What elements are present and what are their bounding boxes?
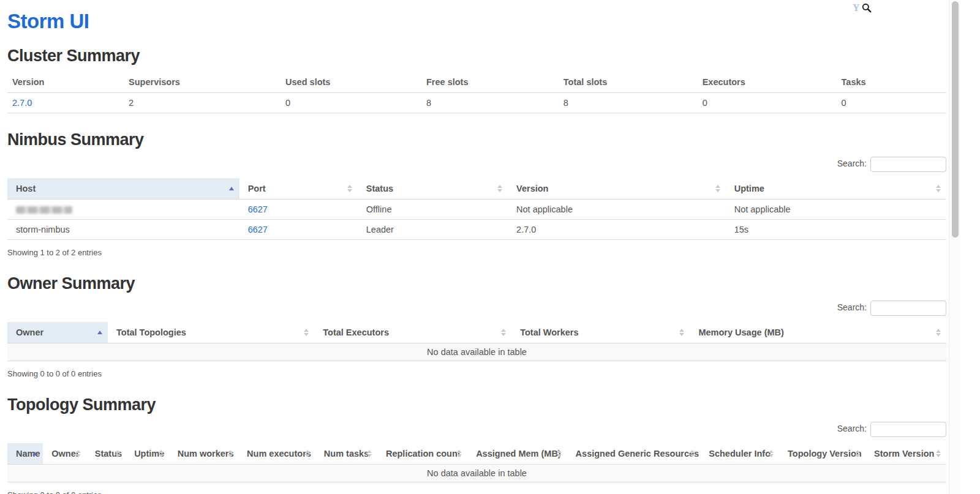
table-cell-port: 6627 bbox=[239, 200, 358, 220]
owner-search-label: Search: bbox=[837, 302, 867, 312]
column-header-owner[interactable]: Owner bbox=[43, 443, 86, 465]
owner-summary-heading: Owner Summary bbox=[7, 274, 973, 293]
column-label: Total Topologies bbox=[116, 327, 186, 337]
empty-row-message: No data available in table bbox=[7, 343, 946, 361]
nimbus-search: Search: bbox=[7, 157, 946, 172]
sort-icon bbox=[228, 450, 233, 457]
column-header-port[interactable]: Port bbox=[239, 178, 358, 200]
sort-icon bbox=[501, 329, 506, 336]
scrollbar bbox=[949, 0, 960, 494]
column-label: Assigned Mem (MB) bbox=[476, 449, 561, 458]
column-header-name[interactable]: Name bbox=[7, 443, 43, 465]
cell-link-port[interactable]: 6627 bbox=[248, 225, 268, 234]
sort-icon bbox=[557, 450, 562, 457]
column-label: Replication count bbox=[386, 449, 461, 458]
owner-entries-info: Showing 0 to 0 of 0 entries bbox=[7, 369, 973, 378]
sort-icon bbox=[115, 450, 120, 457]
column-label: Version bbox=[12, 77, 44, 87]
column-header-scheduler-info[interactable]: Scheduler Info bbox=[700, 443, 779, 465]
column-label: Storm Version bbox=[874, 449, 934, 458]
table-cell-supervisors: 2 bbox=[124, 93, 281, 113]
table-cell-host bbox=[7, 200, 239, 220]
owner-search: Search: bbox=[7, 301, 946, 316]
column-header-replication-count[interactable]: Replication count bbox=[377, 443, 467, 465]
column-label: Num executors bbox=[247, 449, 311, 458]
sort-ascending-icon bbox=[97, 331, 102, 334]
owner-search-input[interactable] bbox=[870, 301, 946, 316]
sort-ascending-icon bbox=[32, 452, 37, 455]
column-header-num-workers[interactable]: Num workers bbox=[169, 443, 238, 465]
column-header-num-tasks[interactable]: Num tasks bbox=[315, 443, 377, 465]
column-header-status[interactable]: Status bbox=[86, 443, 126, 465]
table-cell-version: Not applicable bbox=[508, 200, 726, 220]
column-label: Host bbox=[16, 184, 36, 193]
nimbus-entries-info: Showing 1 to 2 of 2 entries bbox=[7, 248, 973, 257]
column-label: Executors bbox=[703, 77, 745, 87]
column-header-storm-version[interactable]: Storm Version bbox=[865, 443, 946, 465]
column-header-total-workers[interactable]: Total Workers bbox=[511, 322, 690, 343]
column-header-topology-version[interactable]: Topology Version bbox=[779, 443, 865, 465]
scrollbar-thumb[interactable] bbox=[952, 1, 959, 238]
column-header-total-topologies[interactable]: Total Topologies bbox=[108, 322, 314, 343]
table-row: 6627OfflineNot applicableNot applicable bbox=[7, 200, 946, 220]
table-cell-executors: 0 bbox=[698, 93, 837, 113]
table-row: 2.7.0208800 bbox=[7, 93, 946, 113]
column-label: Uptime bbox=[734, 184, 764, 193]
column-label: Scheduler Info bbox=[709, 449, 771, 458]
column-header-memory-usage-mb[interactable]: Memory Usage (MB) bbox=[690, 322, 946, 343]
table-cell-used-slots: 0 bbox=[281, 93, 421, 113]
filter-y-icon[interactable]: Y bbox=[853, 3, 860, 13]
sort-icon bbox=[855, 450, 860, 457]
table-cell-total-slots: 8 bbox=[559, 93, 698, 113]
column-header-assigned-generic-resources[interactable]: Assigned Generic Resources bbox=[567, 443, 701, 465]
table-cell-version: 2.7.0 bbox=[7, 93, 124, 113]
column-label: Total Workers bbox=[520, 327, 578, 337]
column-header-status[interactable]: Status bbox=[358, 178, 508, 200]
column-header-uptime[interactable]: Uptime bbox=[126, 443, 169, 465]
sort-icon bbox=[159, 450, 164, 457]
owner-summary-table: OwnerTotal TopologiesTotal ExecutorsTota… bbox=[7, 322, 946, 361]
column-header-owner[interactable]: Owner bbox=[7, 322, 108, 343]
column-header-total-executors[interactable]: Total Executors bbox=[314, 322, 511, 343]
nimbus-summary-table: HostPortStatusVersionUptime6627OfflineNo… bbox=[7, 178, 946, 240]
page-title[interactable]: Storm UI bbox=[7, 10, 973, 33]
column-header-uptime[interactable]: Uptime bbox=[726, 178, 946, 200]
empty-row-message: No data available in table bbox=[7, 465, 946, 482]
sort-icon bbox=[679, 329, 684, 336]
cluster-summary-table: VersionSupervisorsUsed slotsFree slotsTo… bbox=[7, 72, 946, 113]
cell-link-port[interactable]: 6627 bbox=[248, 204, 268, 214]
column-label: Status bbox=[366, 184, 393, 193]
sort-ascending-icon bbox=[229, 187, 234, 190]
sort-icon bbox=[347, 185, 352, 192]
column-label: Used slots bbox=[285, 77, 330, 87]
column-header-total-slots: Total slots bbox=[559, 72, 698, 93]
sort-icon bbox=[936, 329, 941, 336]
column-header-version[interactable]: Version bbox=[508, 178, 726, 200]
table-header-row: OwnerTotal TopologiesTotal ExecutorsTota… bbox=[7, 322, 946, 343]
column-header-num-executors[interactable]: Num executors bbox=[238, 443, 315, 465]
sort-icon bbox=[769, 450, 774, 457]
table-cell-version: 2.7.0 bbox=[508, 220, 726, 240]
nimbus-search-input[interactable] bbox=[870, 157, 946, 172]
column-label: Version bbox=[516, 184, 548, 193]
column-header-supervisors: Supervisors bbox=[124, 72, 281, 93]
search-icon[interactable] bbox=[862, 3, 872, 13]
table-cell-uptime: 15s bbox=[726, 220, 946, 240]
sort-icon bbox=[936, 185, 941, 192]
cluster-summary-heading: Cluster Summary bbox=[7, 47, 973, 65]
column-header-assigned-mem-mb[interactable]: Assigned Mem (MB) bbox=[467, 443, 567, 465]
column-label: Tasks bbox=[842, 77, 866, 87]
table-cell-status: Leader bbox=[358, 220, 508, 240]
column-header-version: Version bbox=[7, 72, 124, 93]
table-cell-status: Offline bbox=[358, 200, 508, 220]
column-header-used-slots: Used slots bbox=[281, 72, 421, 93]
cell-link-version[interactable]: 2.7.0 bbox=[12, 98, 32, 108]
table-header-row: VersionSupervisorsUsed slotsFree slotsTo… bbox=[7, 72, 946, 93]
empty-table-row: No data available in table bbox=[7, 343, 946, 361]
nimbus-search-label: Search: bbox=[837, 159, 867, 168]
column-header-free-slots: Free slots bbox=[421, 72, 559, 93]
table-cell-uptime: Not applicable bbox=[726, 200, 946, 220]
column-header-host[interactable]: Host bbox=[7, 178, 239, 200]
topology-search-input[interactable] bbox=[870, 422, 946, 437]
sort-icon bbox=[497, 185, 502, 192]
